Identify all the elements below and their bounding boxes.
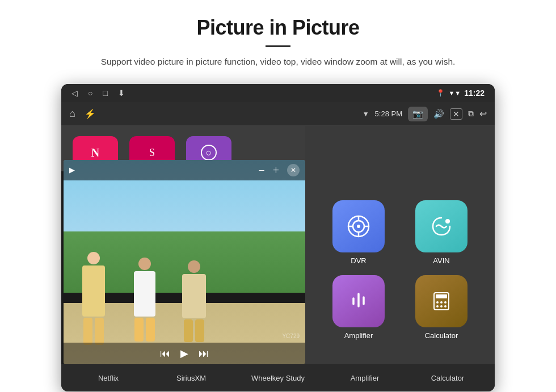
calculator-icon	[415, 275, 467, 327]
siriusxm-bottom-label: SiriusXM	[176, 374, 206, 382]
close-icon[interactable]: ✕	[450, 108, 462, 120]
dvr-label: DVR	[351, 256, 366, 265]
usb-icon[interactable]: ⚡	[85, 108, 96, 119]
calculator-bottom[interactable]: Calculator	[425, 374, 470, 382]
status-time: 11:22	[464, 88, 485, 98]
person-2	[126, 258, 163, 343]
title-section: Picture in Picture Support video picture…	[0, 0, 556, 75]
wheelkey-bottom[interactable]: Wheelkey Study	[251, 374, 305, 382]
watermark: YC729	[282, 333, 300, 339]
status-wifi-icon: 📍	[436, 89, 445, 97]
toolbar-right: ▼ 5:28 PM 📷 🔊 ✕ ⧉ ↩	[363, 107, 487, 121]
main-content: N S ○	[61, 126, 495, 364]
app-grid-area: DVR AVIN	[305, 126, 495, 364]
video-bg: YC729	[64, 160, 305, 364]
camera-button[interactable]: 📷	[408, 107, 428, 121]
status-bar-nav: ◁ ○ □ ⬇	[71, 88, 125, 98]
svg-point-15	[444, 301, 447, 304]
status-bar: ◁ ○ □ ⬇ 📍 ▼▼ 11:22	[61, 84, 495, 102]
pip-area: N S ○	[61, 126, 305, 364]
amplifier-bottom-label: Amplifier	[351, 374, 380, 382]
page-title: Picture in Picture	[23, 16, 533, 40]
pip-minus-button[interactable]: −	[258, 164, 264, 177]
avin-icon	[415, 200, 467, 252]
home-icon[interactable]: ⌂	[69, 108, 75, 120]
prev-button[interactable]: ⏮	[160, 348, 170, 360]
next-button[interactable]: ⏭	[199, 348, 209, 360]
siriusxm-bottom[interactable]: SiriusXM	[169, 374, 214, 382]
pip-controls-right: − + ✕	[258, 164, 300, 177]
page-subtitle: Support video picture in picture functio…	[74, 55, 482, 68]
pip-controls: ▶ − + ✕	[64, 160, 305, 180]
title-divider	[266, 45, 290, 47]
amplifier-app[interactable]: Amplifier	[322, 275, 395, 340]
netflix-bottom-label: Netflix	[98, 374, 119, 382]
calculator-label: Calculator	[425, 331, 458, 340]
person-3	[174, 260, 214, 343]
page-wrapper: Picture in Picture Support video picture…	[0, 0, 556, 392]
netflix-bottom[interactable]: Netflix	[86, 374, 131, 382]
svg-point-17	[440, 305, 443, 307]
pip-icon[interactable]: ⧉	[468, 109, 474, 119]
amplifier-label: Amplifier	[344, 331, 373, 340]
pip-playback-bar: ⏮ ▶ ⏭	[64, 343, 305, 364]
dvr-app[interactable]: DVR	[322, 200, 395, 265]
nav-recent-icon[interactable]: □	[103, 88, 107, 98]
status-bar-right: 📍 ▼▼ 11:22	[436, 88, 485, 98]
toolbar: ⌂ ⚡ ▼ 5:28 PM 📷 🔊 ✕ ⧉ ↩	[61, 102, 495, 126]
toolbar-back-icon[interactable]: ↩	[479, 108, 487, 119]
amplifier-icon	[332, 275, 385, 327]
pip-plus-button[interactable]: +	[273, 164, 279, 177]
pip-close-icon: ✕	[290, 166, 296, 175]
pip-record-icon: ▶	[69, 166, 75, 175]
svg-point-16	[436, 305, 439, 307]
calculator-bottom-label: Calculator	[431, 374, 465, 382]
camera-icon: 📷	[412, 109, 423, 119]
svg-point-2	[357, 225, 360, 228]
avin-label: AVIN	[433, 256, 449, 265]
nav-home-icon[interactable]: ○	[88, 88, 92, 98]
person-1	[75, 252, 112, 343]
status-signal-icon: ▼▼	[448, 90, 461, 96]
calculator-app[interactable]: Calculator	[405, 275, 478, 340]
svg-point-18	[444, 305, 447, 307]
video-frame[interactable]: YC729 ▶ − + ✕	[64, 160, 305, 364]
app-grid: DVR AVIN	[322, 200, 478, 340]
play-button[interactable]: ▶	[180, 347, 188, 360]
device-frame: ◁ ○ □ ⬇ 📍 ▼▼ 11:22 ⌂ ⚡ ▼ 5:28 PM 📷	[61, 84, 495, 391]
toolbar-time: 5:28 PM	[375, 109, 402, 118]
wheelkey-bottom-label: Wheelkey Study	[251, 374, 305, 382]
dvr-icon	[332, 200, 385, 252]
svg-point-7	[445, 219, 450, 224]
svg-point-13	[436, 301, 439, 304]
toolbar-wifi-icon: ▼	[363, 110, 369, 118]
toolbar-left: ⌂ ⚡	[69, 108, 96, 120]
svg-rect-12	[436, 294, 447, 298]
pip-close-button[interactable]: ✕	[287, 164, 300, 176]
nav-back-icon[interactable]: ◁	[71, 88, 78, 98]
avin-app[interactable]: AVIN	[405, 200, 478, 265]
bottom-labels-bar: Netflix SiriusXM Wheelkey Study Amplifie…	[61, 364, 495, 391]
svg-point-14	[440, 301, 443, 304]
volume-icon[interactable]: 🔊	[433, 109, 444, 119]
amplifier-bottom[interactable]: Amplifier	[342, 374, 387, 382]
nav-download-icon: ⬇	[118, 88, 125, 98]
